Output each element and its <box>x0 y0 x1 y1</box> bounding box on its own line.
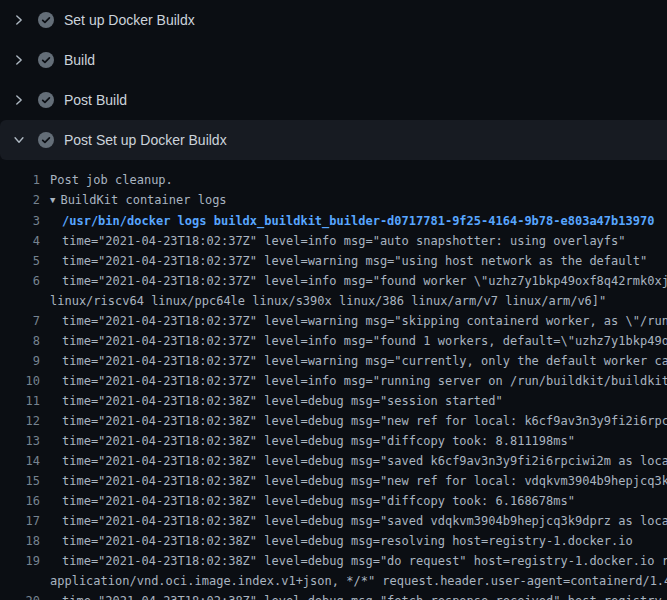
line-number[interactable]: 2 <box>0 190 40 210</box>
log-text: ▼BuildKit container logs <box>40 190 667 211</box>
log-line: 15 time="2021-04-23T18:02:38Z" level=deb… <box>0 471 667 491</box>
log-line: 12 time="2021-04-23T18:02:38Z" level=deb… <box>0 411 667 431</box>
chevron-right-icon[interactable] <box>12 13 26 27</box>
line-number[interactable]: 4 <box>0 231 40 251</box>
line-number[interactable]: 5 <box>0 251 40 271</box>
step-row[interactable]: Set up Docker Buildx <box>0 0 667 40</box>
step-list: Set up Docker Buildx Build Post Build Po… <box>0 0 667 160</box>
line-number[interactable]: 7 <box>0 311 40 331</box>
log-text: time="2021-04-23T18:02:37Z" level=warnin… <box>40 311 667 331</box>
log-text: time="2021-04-23T18:02:37Z" level=warnin… <box>40 351 667 371</box>
log-text: time="2021-04-23T18:02:37Z" level=info m… <box>40 331 667 351</box>
log-line: 7 time="2021-04-23T18:02:37Z" level=warn… <box>0 311 667 331</box>
log-text: time="2021-04-23T18:02:38Z" level=debug … <box>40 411 667 431</box>
line-number[interactable]: 16 <box>0 491 40 511</box>
log-line: 18 time="2021-04-23T18:02:38Z" level=deb… <box>0 531 667 551</box>
step-row[interactable]: Post Build <box>0 80 667 120</box>
line-number[interactable]: 15 <box>0 471 40 491</box>
log-text: Post job cleanup. <box>40 170 667 190</box>
line-number[interactable]: 1 <box>0 170 40 190</box>
log-line: 11 time="2021-04-23T18:02:38Z" level=deb… <box>0 391 667 411</box>
log-line: 1 Post job cleanup. <box>0 170 667 190</box>
step-row[interactable]: Build <box>0 40 667 80</box>
check-circle-icon <box>38 132 54 148</box>
log-text: time="2021-04-23T18:02:37Z" level=warnin… <box>40 251 667 271</box>
step-title: Build <box>64 52 95 68</box>
step-title: Post Build <box>64 92 127 108</box>
step-row[interactable]: Post Set up Docker Buildx <box>0 120 667 160</box>
log-line: 8 time="2021-04-23T18:02:37Z" level=info… <box>0 331 667 351</box>
line-number[interactable]: 11 <box>0 391 40 411</box>
log-text: time="2021-04-23T18:02:38Z" level=debug … <box>40 551 667 591</box>
check-circle-icon <box>38 52 54 68</box>
line-number[interactable]: 13 <box>0 431 40 451</box>
chevron-down-icon[interactable] <box>12 133 26 147</box>
line-number[interactable]: 6 <box>0 271 40 291</box>
chevron-right-icon[interactable] <box>12 53 26 67</box>
log-text: /usr/bin/docker logs buildx_buildkit_bui… <box>40 211 667 231</box>
line-number[interactable]: 19 <box>0 551 40 571</box>
line-number[interactable]: 10 <box>0 371 40 391</box>
group-toggle-triangle-icon[interactable]: ▼ <box>50 190 55 210</box>
log-text: time="2021-04-23T18:02:37Z" level=info m… <box>40 271 667 311</box>
log-text: time="2021-04-23T18:02:37Z" level=info m… <box>40 231 667 251</box>
check-circle-icon <box>38 92 54 108</box>
line-number[interactable]: 14 <box>0 451 40 471</box>
log-line: 5 time="2021-04-23T18:02:37Z" level=warn… <box>0 251 667 271</box>
log-text: time="2021-04-23T18:02:37Z" level=info m… <box>40 371 667 391</box>
log-line: 4 time="2021-04-23T18:02:37Z" level=info… <box>0 231 667 251</box>
log-line: 10 time="2021-04-23T18:02:37Z" level=inf… <box>0 371 667 391</box>
log-text: time="2021-04-23T18:02:38Z" level=debug … <box>40 591 667 600</box>
log-line: 2 ▼BuildKit container logs <box>0 190 667 211</box>
log-line: 9 time="2021-04-23T18:02:37Z" level=warn… <box>0 351 667 371</box>
log-line: 19 time="2021-04-23T18:02:38Z" level=deb… <box>0 551 667 591</box>
log-text: time="2021-04-23T18:02:38Z" level=debug … <box>40 471 667 491</box>
log-line: 3 /usr/bin/docker logs buildx_buildkit_b… <box>0 211 667 231</box>
log-line: 20 time="2021-04-23T18:02:38Z" level=deb… <box>0 591 667 600</box>
chevron-right-icon[interactable] <box>12 93 26 107</box>
log-text: time="2021-04-23T18:02:38Z" level=debug … <box>40 431 667 451</box>
line-number[interactable]: 18 <box>0 531 40 551</box>
step-title: Post Set up Docker Buildx <box>64 132 227 148</box>
check-circle-icon <box>38 12 54 28</box>
line-number[interactable]: 3 <box>0 211 40 231</box>
log-line: 17 time="2021-04-23T18:02:38Z" level=deb… <box>0 511 667 531</box>
line-number[interactable]: 8 <box>0 331 40 351</box>
log-text: time="2021-04-23T18:02:38Z" level=debug … <box>40 451 667 471</box>
log-text: time="2021-04-23T18:02:38Z" level=debug … <box>40 491 667 511</box>
log-text: time="2021-04-23T18:02:38Z" level=debug … <box>40 531 667 551</box>
line-number[interactable]: 20 <box>0 591 40 600</box>
line-number[interactable]: 9 <box>0 351 40 371</box>
log-line: 6 time="2021-04-23T18:02:37Z" level=info… <box>0 271 667 311</box>
line-number[interactable]: 12 <box>0 411 40 431</box>
step-title: Set up Docker Buildx <box>64 12 195 28</box>
log-line: 14 time="2021-04-23T18:02:38Z" level=deb… <box>0 451 667 471</box>
line-number[interactable]: 17 <box>0 511 40 531</box>
log-line: 16 time="2021-04-23T18:02:38Z" level=deb… <box>0 491 667 511</box>
log-text: time="2021-04-23T18:02:38Z" level=debug … <box>40 511 667 531</box>
log-lines: 1 Post job cleanup. 2 ▼BuildKit containe… <box>0 160 667 600</box>
log-text: time="2021-04-23T18:02:38Z" level=debug … <box>40 391 667 411</box>
log-line: 13 time="2021-04-23T18:02:38Z" level=deb… <box>0 431 667 451</box>
